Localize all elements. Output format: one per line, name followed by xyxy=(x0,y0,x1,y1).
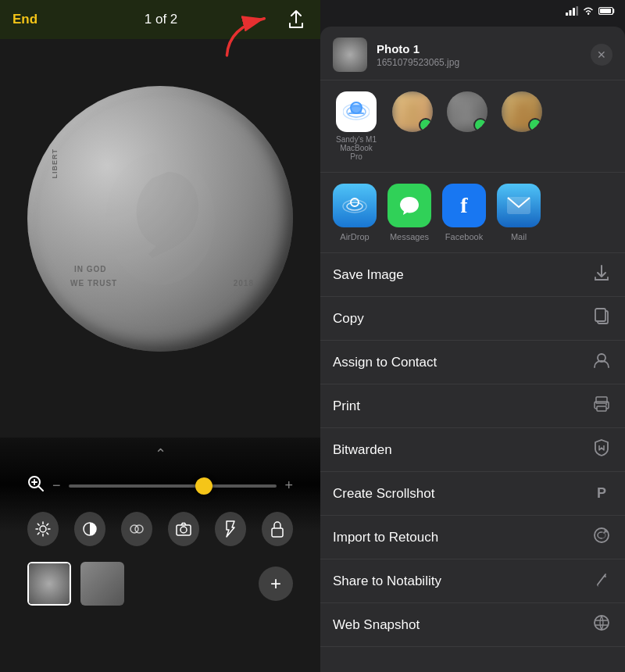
retouch-action[interactable]: Import to Retouch xyxy=(320,516,625,559)
coin-wetrust-text: WE TRUST xyxy=(70,279,117,288)
person-item-1[interactable] xyxy=(391,91,434,161)
facebook-app-label: Facebook xyxy=(445,232,483,241)
print-icon xyxy=(591,396,612,416)
lock-button[interactable] xyxy=(262,512,293,546)
svg-point-25 xyxy=(588,13,589,15)
assign-contact-action[interactable]: Assign to Contact xyxy=(320,341,625,384)
copy-icon xyxy=(591,308,612,329)
messages-app-label: Messages xyxy=(390,232,429,241)
person-avatar-1 xyxy=(392,91,433,132)
svg-point-52 xyxy=(595,616,609,630)
coin-image: IN GOD WE TRUST 2018 LIBERT xyxy=(0,0,320,438)
copy-action[interactable]: Copy xyxy=(320,297,625,341)
airdrop-device-avatar xyxy=(336,91,377,132)
person-item-2[interactable] xyxy=(445,91,489,161)
svg-point-38 xyxy=(516,103,527,114)
zoom-row: − + xyxy=(27,475,293,496)
contrast-button[interactable] xyxy=(74,512,105,546)
print-label: Print xyxy=(333,399,591,414)
zoom-minus-button[interactable]: − xyxy=(52,477,61,494)
zoom-plus-button[interactable]: + xyxy=(284,477,293,494)
bitwarden-action[interactable]: Bitwarden xyxy=(320,428,625,472)
status-icons xyxy=(566,6,616,18)
facebook-app-icon: f xyxy=(442,184,486,227)
svg-line-14 xyxy=(38,533,39,534)
retouch-icon xyxy=(591,527,612,548)
svg-rect-27 xyxy=(600,9,611,13)
svg-rect-32 xyxy=(351,105,362,113)
svg-rect-24 xyxy=(577,6,579,16)
save-image-action[interactable]: Save Image xyxy=(320,253,625,297)
thumbnails-row: + xyxy=(27,562,293,606)
online-badge-3 xyxy=(528,118,542,132)
person-item-3[interactable] xyxy=(500,91,544,161)
scrollshot-label: Create Scrollshot xyxy=(333,486,591,502)
svg-point-50 xyxy=(605,404,607,406)
svg-rect-23 xyxy=(573,8,575,16)
notability-label: Share to Notability xyxy=(333,574,591,589)
share-thumbnail xyxy=(333,38,367,72)
share-button[interactable] xyxy=(284,8,308,31)
zoom-icon xyxy=(27,475,45,496)
airdrop-app-icon xyxy=(333,184,377,227)
svg-point-34 xyxy=(407,103,418,114)
thumbnail-2[interactable] xyxy=(80,562,124,606)
assign-contact-label: Assign to Contact xyxy=(333,355,591,370)
notability-icon xyxy=(591,570,612,592)
retouch-label: Import to Retouch xyxy=(333,530,591,545)
thumbnail-1[interactable] xyxy=(27,562,71,606)
scrollshot-action[interactable]: Create Scrollshot P xyxy=(320,472,625,516)
bottom-controls: ⌃ − + xyxy=(0,438,320,672)
svg-point-19 xyxy=(180,527,187,533)
share-close-button[interactable]: ✕ xyxy=(591,44,612,66)
save-image-icon xyxy=(591,264,612,285)
assign-contact-icon xyxy=(591,352,612,373)
save-image-label: Save Image xyxy=(333,267,591,283)
svg-point-36 xyxy=(462,103,473,114)
zoom-slider[interactable] xyxy=(69,484,277,488)
chevron-up-icon[interactable]: ⌃ xyxy=(155,445,166,463)
svg-rect-47 xyxy=(596,397,607,403)
app-item-airdrop[interactable]: AirDrop xyxy=(333,184,377,241)
svg-line-11 xyxy=(38,524,39,525)
coin-ingod-text: IN GOD xyxy=(74,265,107,273)
svg-rect-21 xyxy=(566,13,568,16)
signal-icon xyxy=(566,6,578,18)
photo-count: 1 of 2 xyxy=(145,12,178,27)
right-panel: Photo 1 1651079523065.jpg ✕ xyxy=(320,0,625,672)
print-action[interactable]: Print xyxy=(320,384,625,428)
web-snapshot-label: Web Snapshot xyxy=(333,617,591,633)
tool-row xyxy=(27,512,293,546)
coin-photo: IN GOD WE TRUST 2018 LIBERT End 1 of 2 xyxy=(0,0,320,438)
status-bar xyxy=(320,0,625,23)
copy-label: Copy xyxy=(333,311,591,327)
app-item-mail[interactable]: Mail xyxy=(497,184,541,241)
messages-app-icon xyxy=(388,184,431,227)
svg-point-17 xyxy=(135,525,143,533)
notability-action[interactable]: Share to Notability xyxy=(320,559,625,603)
filter-button[interactable] xyxy=(121,512,152,546)
action-list: Save Image Copy xyxy=(320,253,625,672)
bitwarden-label: Bitwarden xyxy=(333,442,591,458)
share-sheet: Photo 1 1651079523065.jpg ✕ xyxy=(320,27,625,672)
web-snapshot-action[interactable]: Web Snapshot xyxy=(320,603,625,647)
app-item-messages[interactable]: Messages xyxy=(388,184,431,241)
battery-icon xyxy=(598,6,616,18)
coin-liberty-text: LIBERT xyxy=(51,148,59,179)
share-title-block: Photo 1 1651079523065.jpg xyxy=(377,42,581,68)
airdrop-device-item[interactable]: Sandy's M1 MacBook Pro xyxy=(333,91,380,161)
end-button[interactable]: End xyxy=(12,12,38,27)
camera-button[interactable] xyxy=(168,512,199,546)
apps-row: AirDrop Messages f Facebook xyxy=(320,173,625,253)
share-header: Photo 1 1651079523065.jpg ✕ xyxy=(320,27,625,80)
scrollshot-icon: P xyxy=(591,485,612,502)
flashlight-button[interactable] xyxy=(215,512,246,546)
svg-rect-33 xyxy=(348,113,364,114)
brightness-button[interactable] xyxy=(27,512,59,546)
close-icon: ✕ xyxy=(597,48,606,61)
zoom-thumb[interactable] xyxy=(195,477,212,495)
svg-rect-20 xyxy=(272,528,283,537)
add-thumbnail-button[interactable]: + xyxy=(259,567,293,601)
airdrop-device-label: Sandy's M1 MacBook Pro xyxy=(333,135,380,161)
app-item-facebook[interactable]: f Facebook xyxy=(442,184,486,241)
